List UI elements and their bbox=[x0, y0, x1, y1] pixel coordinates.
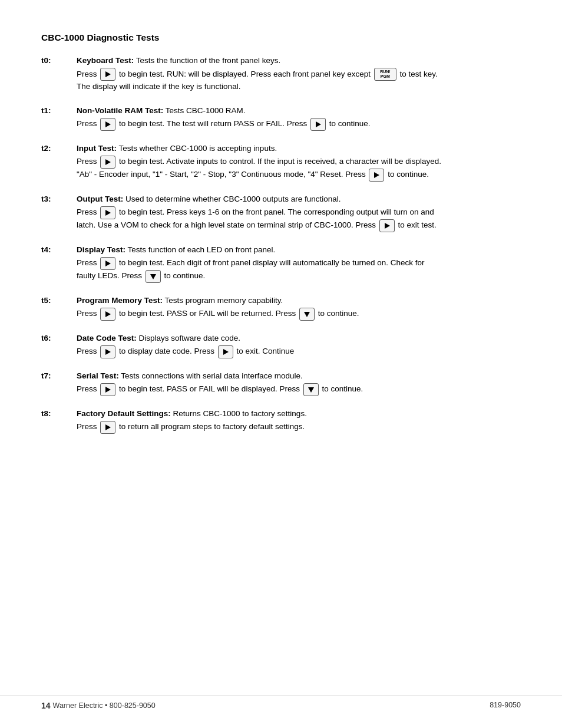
title-t6: Date Code Test: Displays software date c… bbox=[77, 334, 521, 342]
footer-company: Warner Electric • 800-825-9050 bbox=[53, 701, 156, 710]
section-t7: t7:Serial Test: Tests connections with s… bbox=[41, 371, 521, 396]
svg-marker-7 bbox=[105, 261, 111, 266]
title-t5: Program Memory Test: Tests program memor… bbox=[77, 296, 521, 305]
title-t2: Input Test: Tests whether CBC-1000 is ac… bbox=[77, 144, 521, 153]
section-t2: t2:Input Test: Tests whether CBC-1000 is… bbox=[41, 144, 521, 182]
label-t8: t8: bbox=[41, 409, 77, 434]
instruction-text: Press to begin test. Activate inputs to … bbox=[77, 157, 441, 179]
title-t8: Factory Default Settings: Returns CBC-10… bbox=[77, 409, 521, 418]
label-t0: t0: bbox=[41, 56, 77, 93]
instruction-text: Press to begin test. PASS or FAIL will b… bbox=[77, 309, 359, 318]
label-t5: t5: bbox=[41, 296, 77, 321]
svg-marker-9 bbox=[105, 311, 111, 317]
play-button-icon bbox=[100, 421, 115, 434]
instruction-text: Press to display date code. Press to exi… bbox=[77, 347, 294, 355]
down-button-icon bbox=[146, 270, 161, 283]
content-t2: Input Test: Tests whether CBC-1000 is ac… bbox=[77, 144, 521, 182]
footer-left: 14 Warner Electric • 800-825-9050 bbox=[41, 701, 156, 710]
label-t1: t1: bbox=[41, 106, 77, 131]
content-t5: Program Memory Test: Tests program memor… bbox=[77, 296, 521, 321]
page-title: CBC-1000 Diagnostic Tests bbox=[41, 32, 521, 43]
title-t0: Keyboard Test: Tests the function of the… bbox=[77, 56, 521, 65]
section-t0: t0:Keyboard Test: Tests the function of … bbox=[41, 56, 521, 93]
instruction-block: Press to return all program steps to fac… bbox=[77, 421, 521, 434]
svg-marker-15 bbox=[105, 424, 111, 430]
svg-marker-5 bbox=[105, 210, 111, 216]
play-button-icon bbox=[100, 118, 115, 131]
section-t4: t4:Display Test: Tests function of each … bbox=[41, 245, 521, 283]
play-button-icon bbox=[379, 219, 395, 232]
title-t1: Non-Volatile RAM Test: Tests CBC-1000 RA… bbox=[77, 106, 521, 115]
svg-marker-2 bbox=[316, 121, 321, 127]
svg-marker-11 bbox=[105, 349, 111, 355]
content-t1: Non-Volatile RAM Test: Tests CBC-1000 RA… bbox=[77, 106, 521, 131]
svg-marker-14 bbox=[308, 387, 314, 393]
svg-marker-12 bbox=[223, 349, 229, 355]
play-button-icon bbox=[100, 68, 115, 81]
play-button-icon bbox=[100, 156, 115, 169]
instruction-block: Press to begin test. The test will retur… bbox=[77, 118, 521, 131]
svg-marker-3 bbox=[105, 159, 111, 165]
instruction-block: Press to begin test. PASS or FAIL will b… bbox=[77, 383, 521, 396]
label-t6: t6: bbox=[41, 334, 77, 358]
play-button-icon bbox=[100, 206, 115, 219]
title-t7: Serial Test: Tests connections with seri… bbox=[77, 371, 521, 380]
label-t7: t7: bbox=[41, 371, 77, 396]
section-t8: t8:Factory Default Settings: Returns CBC… bbox=[41, 409, 521, 434]
content-t4: Display Test: Tests function of each LED… bbox=[77, 245, 521, 283]
svg-marker-1 bbox=[105, 121, 111, 127]
title-t4: Display Test: Tests function of each LED… bbox=[77, 245, 521, 254]
svg-marker-6 bbox=[385, 223, 390, 229]
svg-marker-10 bbox=[304, 312, 310, 317]
instruction-block: Press to display date code. Press to exi… bbox=[77, 345, 521, 358]
content-t0: Keyboard Test: Tests the function of the… bbox=[77, 56, 521, 93]
content-t6: Date Code Test: Displays software date c… bbox=[77, 334, 521, 358]
play-button-icon bbox=[310, 118, 326, 131]
instruction-block: Press to begin test. Press keys 1-6 on t… bbox=[77, 206, 521, 232]
instruction-text: Press to return all program steps to fac… bbox=[77, 422, 305, 431]
play-button-icon bbox=[100, 257, 115, 270]
svg-marker-13 bbox=[105, 387, 111, 393]
instruction-block: Press to begin test. PASS or FAIL will b… bbox=[77, 308, 521, 321]
section-t6: t6:Date Code Test: Displays software dat… bbox=[41, 334, 521, 358]
footer: 14 Warner Electric • 800-825-9050 819-90… bbox=[0, 696, 562, 710]
footer-doc-number: 819-9050 bbox=[490, 701, 521, 710]
content-t7: Serial Test: Tests connections with seri… bbox=[77, 371, 521, 396]
play-button-icon bbox=[369, 169, 384, 182]
content-t3: Output Test: Used to determine whether C… bbox=[77, 195, 521, 232]
content-t8: Factory Default Settings: Returns CBC-10… bbox=[77, 409, 521, 434]
instruction-text: Press to begin test. Press keys 1-6 on t… bbox=[77, 207, 437, 229]
instruction-block: Press to begin test. Activate inputs to … bbox=[77, 156, 521, 182]
instruction-block: Press to begin test. Each digit of front… bbox=[77, 257, 521, 283]
play-button-icon bbox=[100, 345, 115, 358]
instruction-text: Press to begin test. PASS or FAIL will b… bbox=[77, 384, 363, 393]
down-button-icon bbox=[303, 383, 319, 396]
label-t2: t2: bbox=[41, 144, 77, 182]
play-button-icon bbox=[100, 383, 115, 396]
page: CBC-1000 Diagnostic Tests t0:Keyboard Te… bbox=[0, 0, 562, 728]
run-pgm-button-icon: RUN/PGM bbox=[374, 68, 396, 81]
svg-marker-8 bbox=[150, 274, 156, 279]
instruction-text: Press to begin test. The test will retur… bbox=[77, 119, 370, 128]
instruction-block: Press to begin test. RUN: will be displa… bbox=[77, 68, 521, 93]
label-t3: t3: bbox=[41, 195, 77, 232]
svg-marker-4 bbox=[374, 172, 379, 178]
page-number: 14 bbox=[41, 701, 51, 710]
instruction-text: Press to begin test. Each digit of front… bbox=[77, 258, 425, 280]
svg-marker-0 bbox=[105, 71, 111, 77]
label-t4: t4: bbox=[41, 245, 77, 283]
instruction-text: Press to begin test. RUN: will be displa… bbox=[77, 70, 438, 91]
title-t3: Output Test: Used to determine whether C… bbox=[77, 195, 521, 203]
section-t1: t1:Non-Volatile RAM Test: Tests CBC-1000… bbox=[41, 106, 521, 131]
play-button-icon bbox=[100, 308, 115, 321]
play-button-icon bbox=[218, 345, 233, 358]
section-t5: t5:Program Memory Test: Tests program me… bbox=[41, 296, 521, 321]
section-t3: t3:Output Test: Used to determine whethe… bbox=[41, 195, 521, 232]
down-button-icon bbox=[299, 308, 315, 321]
